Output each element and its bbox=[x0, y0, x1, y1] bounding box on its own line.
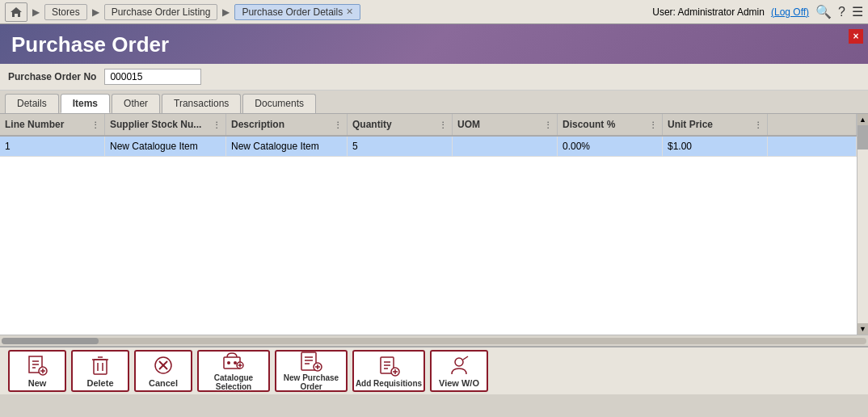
view-wo-icon bbox=[448, 354, 470, 377]
cancel-icon bbox=[152, 354, 175, 377]
catalogue-selection-label: Catalogue Selection bbox=[199, 373, 268, 391]
cell-supplier: New Catalogue Item bbox=[105, 137, 226, 156]
col-drag-6[interactable]: ⋮ bbox=[754, 120, 762, 129]
col-drag-1[interactable]: ⋮ bbox=[213, 120, 221, 129]
vscroll-track bbox=[857, 125, 868, 323]
nav-arrow-1: ▶ bbox=[32, 6, 40, 18]
add-requisitions-label: Add Requisitions bbox=[356, 379, 422, 388]
nav-right: User: Administrator Admin (Log Off) 🔍 ? … bbox=[652, 4, 863, 19]
vscroll-down-button[interactable]: ▼ bbox=[857, 323, 868, 335]
cell-description: New Catalogue Item bbox=[226, 137, 348, 156]
col-header-description[interactable]: Description ⋮ bbox=[226, 114, 348, 135]
new-label: New bbox=[28, 378, 47, 388]
col-header-quantity[interactable]: Quantity ⋮ bbox=[348, 114, 453, 135]
cell-end bbox=[768, 137, 857, 156]
col-header-supplier[interactable]: Supplier Stock Nu... ⋮ bbox=[105, 114, 226, 135]
home-button[interactable] bbox=[5, 2, 27, 22]
col-drag-2[interactable]: ⋮ bbox=[334, 120, 342, 129]
menu-icon[interactable]: ☰ bbox=[852, 4, 863, 19]
tab-documents[interactable]: Documents bbox=[242, 94, 316, 113]
breadcrumb-stores[interactable]: Stores bbox=[44, 4, 87, 20]
col-drag-0[interactable]: ⋮ bbox=[91, 120, 99, 129]
tab-other[interactable]: Other bbox=[112, 94, 160, 113]
logoff-link[interactable]: (Log Off) bbox=[771, 6, 809, 18]
col-header-unitprice[interactable]: Unit Price ⋮ bbox=[663, 114, 768, 135]
col-drag-5[interactable]: ⋮ bbox=[649, 120, 657, 129]
table-main: Line Number ⋮ Supplier Stock Nu... ⋮ Des… bbox=[0, 114, 857, 335]
delete-button[interactable]: Delete bbox=[71, 350, 129, 392]
search-icon[interactable]: 🔍 bbox=[815, 4, 832, 19]
footer-toolbar: New Delete Cancel bbox=[0, 346, 868, 394]
hscroll-track bbox=[2, 338, 866, 344]
breadcrumb-po-details[interactable]: Purchase Order Details ✕ bbox=[234, 4, 360, 20]
cancel-button[interactable]: Cancel bbox=[134, 350, 192, 392]
po-bar: Purchase Order No bbox=[0, 64, 868, 91]
top-nav: ▶ Stores ▶ Purchase Order Listing ▶ Purc… bbox=[0, 0, 868, 24]
svg-point-17 bbox=[227, 361, 230, 364]
new-icon bbox=[26, 354, 48, 377]
view-wo-button[interactable]: View W/O bbox=[430, 350, 488, 392]
col-header-line[interactable]: Line Number ⋮ bbox=[0, 114, 105, 135]
catalogue-selection-icon bbox=[222, 351, 245, 372]
tab-details[interactable]: Details bbox=[5, 94, 59, 113]
col-header-discount[interactable]: Discount % ⋮ bbox=[558, 114, 663, 135]
svg-point-36 bbox=[455, 358, 463, 366]
nav-arrow-2: ▶ bbox=[92, 6, 99, 18]
breadcrumb-po-listing[interactable]: Purchase Order Listing bbox=[104, 4, 218, 20]
col-header-end bbox=[768, 114, 857, 135]
help-icon[interactable]: ? bbox=[838, 5, 845, 19]
add-requisitions-icon bbox=[377, 355, 400, 377]
tab-items[interactable]: Items bbox=[61, 94, 110, 113]
nav-arrow-3: ▶ bbox=[222, 6, 230, 18]
col-drag-3[interactable]: ⋮ bbox=[439, 120, 447, 129]
svg-point-18 bbox=[234, 361, 237, 364]
catalogue-selection-button[interactable]: Catalogue Selection bbox=[197, 350, 270, 392]
cell-uom bbox=[453, 137, 558, 156]
new-button[interactable]: New bbox=[8, 350, 66, 392]
vscroll-thumb[interactable] bbox=[857, 125, 868, 150]
svg-rect-8 bbox=[94, 360, 107, 374]
new-purchase-order-icon bbox=[300, 351, 322, 372]
table-container: Line Number ⋮ Supplier Stock Nu... ⋮ Des… bbox=[0, 114, 868, 335]
svg-marker-0 bbox=[11, 7, 22, 17]
po-number-input[interactable] bbox=[104, 69, 201, 85]
cancel-label: Cancel bbox=[149, 378, 178, 388]
new-purchase-order-label: New Purchase Order bbox=[276, 373, 346, 391]
horizontal-scrollbar[interactable] bbox=[0, 335, 868, 346]
vertical-scrollbar[interactable]: ▲ ▼ bbox=[857, 114, 868, 335]
new-purchase-order-button[interactable]: New Purchase Order bbox=[275, 350, 348, 392]
add-requisitions-button[interactable]: Add Requisitions bbox=[352, 350, 425, 392]
tab-transactions[interactable]: Transactions bbox=[162, 94, 241, 113]
page-title: Purchase Order bbox=[11, 32, 169, 57]
tabs-bar: Details Items Other Transactions Documen… bbox=[0, 91, 868, 114]
table-row[interactable]: 1 New Catalogue Item New Catalogue Item … bbox=[0, 137, 857, 157]
cell-quantity: 5 bbox=[348, 137, 453, 156]
cell-discount: 0.00% bbox=[558, 137, 663, 156]
po-number-label: Purchase Order No bbox=[8, 71, 96, 82]
empty-table-area bbox=[0, 157, 857, 335]
hscroll-thumb[interactable] bbox=[2, 338, 99, 344]
delete-icon bbox=[89, 354, 112, 377]
col-headers-row: Line Number ⋮ Supplier Stock Nu... ⋮ Des… bbox=[0, 114, 857, 137]
header-close-button[interactable]: × bbox=[849, 29, 863, 44]
view-wo-label: View W/O bbox=[439, 378, 479, 388]
vscroll-up-button[interactable]: ▲ bbox=[857, 114, 868, 125]
header-area: Purchase Order × bbox=[0, 24, 868, 64]
col-drag-4[interactable]: ⋮ bbox=[544, 120, 552, 129]
cell-line: 1 bbox=[0, 137, 105, 156]
cell-unitprice: $1.00 bbox=[663, 137, 768, 156]
delete-label: Delete bbox=[86, 378, 113, 388]
breadcrumb-close-icon[interactable]: ✕ bbox=[346, 6, 353, 17]
svg-line-37 bbox=[463, 356, 468, 360]
col-header-uom[interactable]: UOM ⋮ bbox=[453, 114, 558, 135]
